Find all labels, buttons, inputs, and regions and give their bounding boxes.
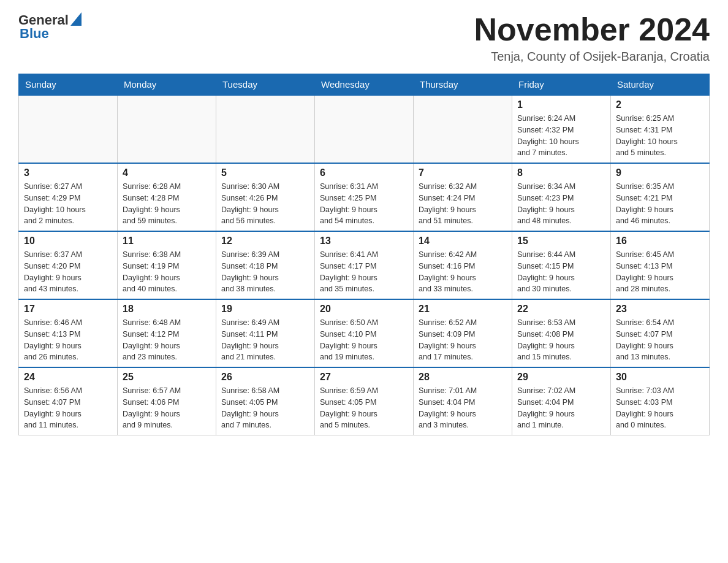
day-info: Sunrise: 6:54 AM Sunset: 4:07 PM Dayligh…: [616, 317, 704, 363]
calendar-location: Tenja, County of Osijek-Baranja, Croatia: [474, 50, 710, 64]
day-number: 1: [517, 99, 605, 110]
day-number: 21: [419, 304, 507, 315]
day-info: Sunrise: 6:30 AM Sunset: 4:26 PM Dayligh…: [221, 181, 309, 227]
calendar-cell: 18Sunrise: 6:48 AM Sunset: 4:12 PM Dayli…: [118, 299, 216, 367]
day-info: Sunrise: 6:53 AM Sunset: 4:08 PM Dayligh…: [517, 317, 605, 363]
weekday-header-row: SundayMondayTuesdayWednesdayThursdayFrid…: [19, 74, 710, 96]
calendar-cell: 5Sunrise: 6:30 AM Sunset: 4:26 PM Daylig…: [216, 163, 315, 231]
day-info: Sunrise: 6:58 AM Sunset: 4:05 PM Dayligh…: [221, 385, 309, 431]
day-number: 28: [419, 372, 507, 383]
calendar-cell: 19Sunrise: 6:49 AM Sunset: 4:11 PM Dayli…: [216, 299, 315, 367]
calendar-cell: 25Sunrise: 6:57 AM Sunset: 4:06 PM Dayli…: [118, 367, 216, 435]
day-number: 10: [24, 236, 112, 247]
day-number: 5: [221, 167, 309, 178]
day-number: 15: [517, 236, 605, 247]
title-area: November 2024 Tenja, County of Osijek-Ba…: [474, 12, 710, 64]
calendar-cell: 4Sunrise: 6:28 AM Sunset: 4:28 PM Daylig…: [118, 163, 216, 231]
day-info: Sunrise: 6:27 AM Sunset: 4:29 PM Dayligh…: [24, 181, 112, 227]
day-number: 24: [24, 372, 112, 383]
day-info: Sunrise: 6:42 AM Sunset: 4:16 PM Dayligh…: [419, 249, 507, 295]
logo-blue-text: Blue: [20, 26, 49, 42]
day-number: 13: [320, 236, 408, 247]
day-info: Sunrise: 6:39 AM Sunset: 4:18 PM Dayligh…: [221, 249, 309, 295]
day-number: 11: [123, 236, 211, 247]
calendar-cell: [414, 95, 512, 163]
weekday-header-wednesday: Wednesday: [315, 74, 414, 96]
calendar-cell: 24Sunrise: 6:56 AM Sunset: 4:07 PM Dayli…: [19, 367, 118, 435]
day-number: 16: [616, 236, 704, 247]
weekday-header-thursday: Thursday: [414, 74, 512, 96]
day-number: 26: [221, 372, 309, 383]
day-number: 22: [517, 304, 605, 315]
weekday-header-sunday: Sunday: [19, 74, 118, 96]
day-number: 2: [616, 99, 704, 110]
calendar-cell: 14Sunrise: 6:42 AM Sunset: 4:16 PM Dayli…: [414, 231, 512, 299]
day-info: Sunrise: 6:25 AM Sunset: 4:31 PM Dayligh…: [616, 113, 704, 159]
day-number: 12: [221, 236, 309, 247]
calendar-title: November 2024: [474, 12, 710, 47]
calendar-cell: 12Sunrise: 6:39 AM Sunset: 4:18 PM Dayli…: [216, 231, 315, 299]
calendar-cell: 11Sunrise: 6:38 AM Sunset: 4:19 PM Dayli…: [118, 231, 216, 299]
calendar-cell: 17Sunrise: 6:46 AM Sunset: 4:13 PM Dayli…: [19, 299, 118, 367]
day-info: Sunrise: 6:24 AM Sunset: 4:32 PM Dayligh…: [517, 113, 605, 159]
calendar-cell: [118, 95, 216, 163]
day-info: Sunrise: 7:03 AM Sunset: 4:03 PM Dayligh…: [616, 385, 704, 431]
svg-marker-0: [70, 12, 82, 26]
weekday-header-monday: Monday: [118, 74, 216, 96]
calendar-cell: 27Sunrise: 6:59 AM Sunset: 4:05 PM Dayli…: [315, 367, 414, 435]
calendar-cell: 6Sunrise: 6:31 AM Sunset: 4:25 PM Daylig…: [315, 163, 414, 231]
calendar-cell: 2Sunrise: 6:25 AM Sunset: 4:31 PM Daylig…: [611, 95, 710, 163]
day-number: 4: [123, 167, 211, 178]
logo: General Blue: [18, 12, 82, 42]
calendar-table: SundayMondayTuesdayWednesdayThursdayFrid…: [18, 74, 710, 435]
calendar-cell: 26Sunrise: 6:58 AM Sunset: 4:05 PM Dayli…: [216, 367, 315, 435]
day-info: Sunrise: 6:35 AM Sunset: 4:21 PM Dayligh…: [616, 181, 704, 227]
day-info: Sunrise: 6:56 AM Sunset: 4:07 PM Dayligh…: [24, 385, 112, 431]
week-row-1: 1Sunrise: 6:24 AM Sunset: 4:32 PM Daylig…: [19, 95, 710, 163]
day-info: Sunrise: 6:34 AM Sunset: 4:23 PM Dayligh…: [517, 181, 605, 227]
calendar-cell: 7Sunrise: 6:32 AM Sunset: 4:24 PM Daylig…: [414, 163, 512, 231]
calendar-cell: 16Sunrise: 6:45 AM Sunset: 4:13 PM Dayli…: [611, 231, 710, 299]
calendar-cell: 9Sunrise: 6:35 AM Sunset: 4:21 PM Daylig…: [611, 163, 710, 231]
day-number: 3: [24, 167, 112, 178]
day-number: 7: [419, 167, 507, 178]
calendar-cell: 21Sunrise: 6:52 AM Sunset: 4:09 PM Dayli…: [414, 299, 512, 367]
weekday-header-tuesday: Tuesday: [216, 74, 315, 96]
calendar-cell: [315, 95, 414, 163]
day-number: 8: [517, 167, 605, 178]
day-info: Sunrise: 6:48 AM Sunset: 4:12 PM Dayligh…: [123, 317, 211, 363]
calendar-cell: 28Sunrise: 7:01 AM Sunset: 4:04 PM Dayli…: [414, 367, 512, 435]
day-info: Sunrise: 6:46 AM Sunset: 4:13 PM Dayligh…: [24, 317, 112, 363]
day-info: Sunrise: 6:59 AM Sunset: 4:05 PM Dayligh…: [320, 385, 408, 431]
day-number: 14: [419, 236, 507, 247]
day-info: Sunrise: 6:41 AM Sunset: 4:17 PM Dayligh…: [320, 249, 408, 295]
day-number: 6: [320, 167, 408, 178]
day-number: 19: [221, 304, 309, 315]
day-number: 9: [616, 167, 704, 178]
header: General Blue November 2024 Tenja, County…: [18, 12, 710, 64]
week-row-3: 10Sunrise: 6:37 AM Sunset: 4:20 PM Dayli…: [19, 231, 710, 299]
day-info: Sunrise: 6:50 AM Sunset: 4:10 PM Dayligh…: [320, 317, 408, 363]
day-info: Sunrise: 6:45 AM Sunset: 4:13 PM Dayligh…: [616, 249, 704, 295]
day-info: Sunrise: 6:28 AM Sunset: 4:28 PM Dayligh…: [123, 181, 211, 227]
calendar-cell: 22Sunrise: 6:53 AM Sunset: 4:08 PM Dayli…: [512, 299, 611, 367]
day-number: 29: [517, 372, 605, 383]
calendar-cell: 13Sunrise: 6:41 AM Sunset: 4:17 PM Dayli…: [315, 231, 414, 299]
day-number: 27: [320, 372, 408, 383]
day-info: Sunrise: 6:44 AM Sunset: 4:15 PM Dayligh…: [517, 249, 605, 295]
day-number: 17: [24, 304, 112, 315]
calendar-cell: [19, 95, 118, 163]
day-number: 25: [123, 372, 211, 383]
weekday-header-saturday: Saturday: [611, 74, 710, 96]
day-info: Sunrise: 6:32 AM Sunset: 4:24 PM Dayligh…: [419, 181, 507, 227]
day-info: Sunrise: 7:02 AM Sunset: 4:04 PM Dayligh…: [517, 385, 605, 431]
day-number: 18: [123, 304, 211, 315]
calendar-cell: 23Sunrise: 6:54 AM Sunset: 4:07 PM Dayli…: [611, 299, 710, 367]
calendar-cell: 10Sunrise: 6:37 AM Sunset: 4:20 PM Dayli…: [19, 231, 118, 299]
calendar-cell: 8Sunrise: 6:34 AM Sunset: 4:23 PM Daylig…: [512, 163, 611, 231]
week-row-2: 3Sunrise: 6:27 AM Sunset: 4:29 PM Daylig…: [19, 163, 710, 231]
day-number: 23: [616, 304, 704, 315]
day-info: Sunrise: 7:01 AM Sunset: 4:04 PM Dayligh…: [419, 385, 507, 431]
calendar-cell: [216, 95, 315, 163]
calendar-cell: 15Sunrise: 6:44 AM Sunset: 4:15 PM Dayli…: [512, 231, 611, 299]
